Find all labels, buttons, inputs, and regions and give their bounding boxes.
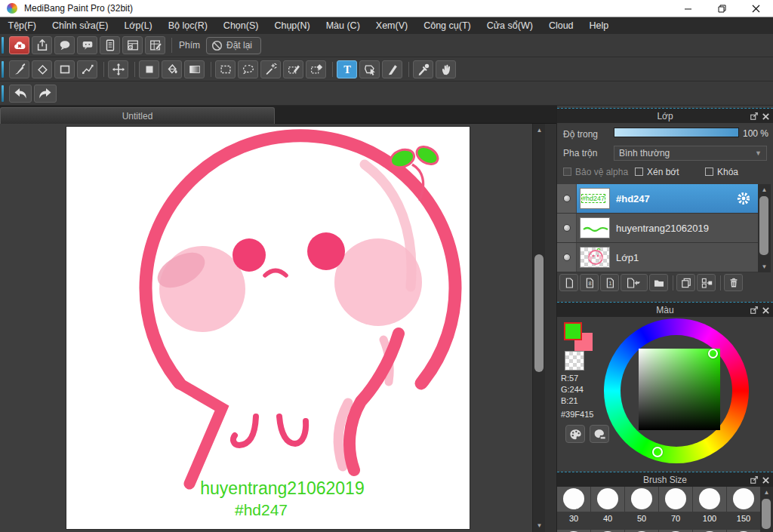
shape-tool-button[interactable] (54, 60, 75, 78)
merge-layer-button[interactable] (697, 274, 716, 291)
lasso-tool-button[interactable] (238, 60, 258, 78)
delete-layer-button[interactable] (724, 274, 743, 291)
new-1bit-layer-button[interactable]: 1 (600, 274, 619, 291)
brush-tool-button[interactable] (9, 60, 29, 78)
brush-size-100[interactable] (693, 487, 726, 512)
brush-size-50[interactable] (625, 487, 658, 512)
brush-scrollbar-thumb[interactable] (762, 499, 771, 529)
scroll-down-icon[interactable]: ▼ (533, 520, 546, 531)
toolbar-drag-handle[interactable] (2, 61, 4, 78)
gradient-tool-button[interactable] (184, 60, 205, 78)
popout-icon[interactable] (750, 306, 759, 315)
alpha-lock-checkbox[interactable] (563, 168, 571, 176)
move-tool-button[interactable] (108, 60, 128, 78)
popout-icon[interactable] (750, 475, 759, 484)
text-tool-button[interactable]: T (337, 60, 357, 78)
menu-file[interactable]: Tệp(F) (0, 17, 45, 34)
foreground-color-swatch[interactable] (564, 322, 582, 340)
add-layer-menu-button[interactable] (621, 274, 648, 291)
cloud-error-button[interactable] (9, 36, 29, 54)
transparent-color-swatch[interactable] (565, 351, 584, 371)
undo-button[interactable] (9, 85, 32, 103)
canvas[interactable]: huyentrang21062019 #hd247 (66, 127, 470, 529)
close-button[interactable] (739, 0, 773, 17)
comment-button[interactable] (54, 36, 75, 54)
menu-view[interactable]: Xem(V) (368, 17, 415, 34)
new-layer-button[interactable] (559, 274, 578, 291)
layer-list-scrollbar[interactable]: ▲ ▼ (758, 184, 771, 272)
menu-help[interactable]: Help (581, 17, 617, 34)
restore-button[interactable] (705, 0, 739, 17)
menu-edit[interactable]: Chỉnh sửa(E) (45, 17, 116, 34)
menu-tools[interactable]: Công cụ(T) (416, 17, 479, 34)
brush-size-30[interactable] (557, 487, 590, 512)
palette-edit-button[interactable] (590, 425, 609, 443)
menu-snap[interactable]: Chụp(N) (266, 17, 318, 34)
menu-filter[interactable]: Bộ lọc(R) (160, 17, 215, 34)
polyline-tool-button[interactable] (77, 60, 97, 78)
close-panel-icon[interactable] (762, 476, 770, 484)
palette-button[interactable] (565, 425, 585, 443)
layer-visibility-toggle[interactable] (557, 184, 577, 213)
toolbar-drag-handle[interactable] (2, 37, 4, 54)
layer-row-lop1[interactable]: Lớp1 (557, 243, 758, 272)
bucket-tool-button[interactable] (162, 60, 182, 78)
saturation-value-selector[interactable] (708, 349, 718, 358)
lock-checkbox[interactable] (705, 168, 713, 176)
menu-select[interactable]: Chọn(S) (215, 17, 266, 34)
document-button[interactable] (100, 36, 120, 54)
layer-scrollbar-thumb[interactable] (759, 196, 768, 255)
select-eraser-tool-button[interactable] (306, 60, 326, 78)
layer-visibility-toggle[interactable] (557, 214, 577, 242)
popout-icon[interactable] (750, 112, 759, 121)
menu-color[interactable]: Màu (C) (318, 17, 368, 34)
shape-brush-tool-button[interactable] (139, 60, 159, 78)
blend-mode-dropdown[interactable]: Bình thường ▼ (614, 146, 767, 161)
layer-visibility-toggle[interactable] (557, 243, 577, 272)
timelapse-button[interactable] (122, 36, 143, 54)
clipping-checkbox[interactable] (635, 168, 643, 176)
brush-size-40[interactable] (591, 487, 624, 512)
opacity-slider[interactable] (614, 128, 739, 137)
select-pen-tool-button[interactable] (283, 60, 303, 78)
reset-button[interactable]: Đặt lại (206, 37, 261, 54)
menu-layer[interactable]: Lớp(L) (116, 17, 160, 34)
layer-row-hd247[interactable]: #hd247 #hd247 (557, 184, 758, 213)
magic-wand-tool-button[interactable] (260, 60, 281, 78)
material-button[interactable] (145, 36, 165, 54)
scroll-up-icon[interactable]: ▲ (760, 487, 773, 498)
document-tab[interactable]: Untitled (0, 107, 275, 124)
operation-tool-button[interactable] (359, 60, 380, 78)
layer-settings-gear-icon[interactable] (736, 191, 751, 206)
new-8bit-layer-button[interactable]: 8 (580, 274, 599, 291)
saturation-value-square[interactable] (639, 349, 720, 430)
minimize-button[interactable] (671, 0, 705, 17)
eyedropper-tool-button[interactable] (413, 60, 433, 78)
brush-size-150[interactable] (727, 487, 760, 512)
scroll-up-icon[interactable]: ▲ (758, 184, 771, 195)
layer-row-huyentrang[interactable]: huyentrang21062019 (557, 214, 758, 242)
menu-cloud[interactable]: Cloud (540, 17, 581, 34)
eraser-tool-button[interactable] (32, 60, 52, 78)
brush-size-70[interactable] (659, 487, 692, 512)
chat-button[interactable] (77, 36, 97, 54)
close-panel-icon[interactable] (762, 112, 770, 121)
scroll-up-icon[interactable]: ▲ (533, 125, 546, 136)
canvas-vertical-scrollbar[interactable]: ▲ ▼ (532, 124, 545, 532)
canvas-scrollbar-thumb[interactable] (534, 254, 544, 372)
toolbar-drag-handle[interactable] (2, 85, 4, 102)
canvas-viewport[interactable]: huyentrang21062019 #hd247 (0, 124, 532, 532)
divide-tool-button[interactable] (382, 60, 402, 78)
close-panel-icon[interactable] (762, 306, 770, 315)
duplicate-layer-button[interactable] (676, 274, 695, 291)
green-value: G:244 (561, 385, 584, 394)
hue-selector[interactable] (652, 447, 663, 457)
layer-folder-button[interactable] (649, 274, 668, 291)
scroll-down-icon[interactable]: ▼ (758, 261, 771, 272)
rect-select-tool-button[interactable] (215, 60, 236, 78)
export-button[interactable] (32, 36, 52, 54)
brush-panel-scrollbar[interactable]: ▲ (760, 487, 773, 532)
hand-tool-button[interactable] (436, 60, 456, 78)
menu-window[interactable]: Cửa sổ(W) (479, 17, 540, 34)
redo-button[interactable] (34, 85, 57, 103)
